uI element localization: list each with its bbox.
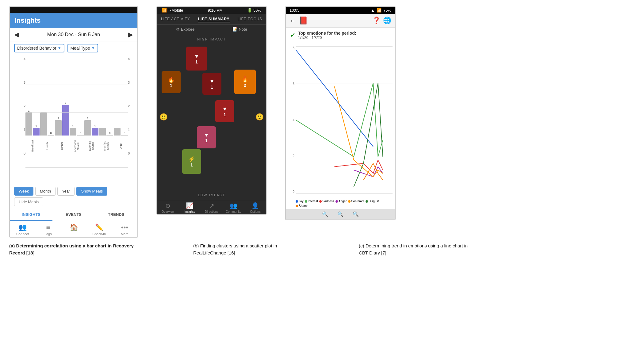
nav-connect[interactable]: 👥 Connect: [10, 224, 35, 236]
week-button[interactable]: Week: [14, 187, 33, 196]
smiley-left-icon: 🙁: [159, 113, 168, 121]
time-c: 10:05: [289, 8, 300, 13]
bar-label-breakfast: Breakfast: [31, 137, 34, 155]
panel-b-bottom-nav: ⊙ Overview 📈 Insights ↗ Directions 👥 Com…: [157, 200, 266, 214]
check-icon: ✓: [290, 31, 296, 39]
panel-a-header: Insights: [10, 13, 137, 28]
chart-icon[interactable]: 🌐: [383, 17, 391, 25]
tab-life-activity[interactable]: LIFE ACTIVITY: [161, 17, 190, 22]
bars-row: 1 1 Breakfast: [25, 57, 128, 155]
zoom-reset-button[interactable]: 🔍: [337, 211, 343, 217]
chart-controls: Week Month Year Show Meals Hide Meals: [10, 184, 137, 209]
nav-home[interactable]: 🏠: [61, 224, 86, 236]
bar-group-afternoon-snack: 1 0 Afternoon Snack: [70, 57, 84, 155]
nav-more[interactable]: ••• More: [112, 224, 137, 236]
note-icon: 📝: [232, 27, 237, 32]
panel-b-scatter: HIGH IMPACT LOW IMPACT 🙁 🙂 ♥ 1 🔥 1 ♥ 1: [157, 34, 266, 200]
nav-checkin[interactable]: ✏️ Check-In: [86, 224, 112, 236]
high-impact-label: HIGH IMPACT: [197, 37, 226, 41]
panel-a-nav: ◀ Mon 30 Dec - Sun 5 Jan ▶: [10, 28, 137, 41]
fire-icon: 🔥: [168, 76, 174, 83]
next-arrow[interactable]: ▶: [128, 31, 133, 39]
subtab-explore[interactable]: ⚙ Explore: [176, 27, 194, 32]
bar-label-drink: Drink: [119, 137, 122, 155]
chart-title: Top emotions for the period:: [298, 31, 356, 36]
caption-c: (c) Determining trend in emotions using …: [359, 243, 469, 256]
bar-group-breakfast: 1 1 Breakfast: [25, 57, 40, 155]
battery-c: 75%: [383, 8, 391, 13]
subtab-note[interactable]: 📝 Note: [232, 27, 247, 32]
panel-c: 10:05 ▲ 📶 75% ← 📕 ❓ 🌐 ✓ Top emotions for…: [285, 6, 396, 220]
month-button[interactable]: Month: [35, 187, 56, 196]
prev-arrow[interactable]: ◀: [14, 31, 19, 39]
tab-events[interactable]: EVENTS: [52, 209, 95, 221]
scatter-card-5[interactable]: ♥ 1: [215, 100, 234, 122]
bar-evening-gray: [84, 120, 91, 136]
help-icon[interactable]: ❓: [372, 17, 381, 25]
heart-icon-2: ♥: [210, 78, 214, 85]
legend-disgust: Disgust: [366, 200, 379, 203]
b-nav-options[interactable]: 👤 Options: [244, 202, 266, 213]
caption-b: (b) Finding clusters using a scatter plo…: [193, 243, 304, 256]
scatter-card-1[interactable]: ♥ 1: [186, 47, 207, 71]
caption-b-text: (b) Finding clusters using a scatter plo…: [193, 243, 277, 255]
legend-shame: Shame: [296, 204, 309, 208]
fire-icon-2: 🔥: [242, 76, 248, 83]
panel-c-chart: 8 6 4 2 0: [286, 43, 395, 209]
bar-afternoon-purple: [77, 135, 84, 136]
tab-insights[interactable]: INSIGHTS: [10, 209, 52, 221]
scatter-card-6[interactable]: ♥ 1: [197, 126, 216, 148]
connect-icon: 👥: [18, 224, 27, 231]
tab-trends[interactable]: TRENDS: [95, 209, 137, 221]
tab-life-summary[interactable]: LIFE SUMMARY: [198, 17, 230, 22]
b-nav-overview[interactable]: ⊙ Overview: [157, 202, 179, 213]
panel-a: Insights ◀ Mon 30 Dec - Sun 5 Jan ▶ Diso…: [9, 6, 138, 238]
bar-label-dinner: Dinner: [60, 137, 63, 155]
carrier: 📶 T-Mobile: [162, 8, 183, 13]
panel-b-top-tabs: LIFE ACTIVITY LIFE SUMMARY LIFE FOCUS: [157, 14, 266, 25]
bar-dinner-gray: [55, 120, 62, 136]
tab-life-focus[interactable]: LIFE FOCUS: [237, 17, 262, 22]
zoom-in-button[interactable]: 🔍: [353, 211, 359, 217]
home-icon: 🏠: [70, 224, 78, 231]
heart-icon: ♥: [195, 53, 198, 59]
heart-icon-4: ♥: [205, 132, 208, 138]
hide-meals-button[interactable]: Hide Meals: [14, 197, 43, 206]
back-arrow[interactable]: ←: [289, 17, 296, 24]
scatter-card-3[interactable]: ♥ 1: [202, 73, 221, 95]
scatter-card-7[interactable]: ⚡ 1: [182, 149, 201, 174]
bar-afternoon-gray: [70, 128, 76, 136]
b-nav-insights[interactable]: 📈 Insights: [179, 202, 201, 213]
filter1-select[interactable]: Disordered Behavior ▼: [14, 44, 64, 52]
panel-c-status: 10:05 ▲ 📶 75%: [286, 7, 395, 14]
bar-morning-purple: [106, 135, 113, 136]
header-icons: ❓ 🌐: [372, 17, 391, 25]
panel-c-header: ← 📕 ❓ 🌐: [286, 14, 395, 28]
panel-c-title: ✓ Top emotions for the period: 1/1/20 - …: [286, 28, 395, 43]
filter2-select[interactable]: Meal Type ▼: [67, 44, 98, 52]
bar-group-drink: 0 Drink: [114, 57, 128, 155]
nav-logs[interactable]: ≡ Logs: [35, 224, 61, 236]
wifi-c-icon: ▲: [371, 8, 375, 13]
bar-label-afternoon-snack: Afternoon Snack: [74, 137, 80, 155]
zoom-out-button[interactable]: 🔍: [322, 211, 328, 217]
panel-b-sub-tabs: ⚙ Explore 📝 Note: [157, 25, 266, 34]
scatter-card-4[interactable]: 🔥 2: [234, 70, 256, 94]
low-impact-label: LOW IMPACT: [198, 193, 225, 197]
legend-interest: Interest: [305, 200, 318, 203]
panel-b-status-bar: 📶 T-Mobile 9:16 PM 🔋 56%: [157, 7, 266, 14]
chevron-down-icon: ▼: [58, 46, 61, 50]
year-button[interactable]: Year: [57, 187, 75, 196]
logs-icon: ≡: [46, 224, 50, 231]
legend-contempt: Contempt: [348, 200, 364, 203]
show-meals-button[interactable]: Show Meals: [76, 187, 107, 196]
legend-anger: Anger: [335, 200, 347, 203]
explore-icon: ⚙: [176, 27, 180, 32]
b-nav-community[interactable]: 👥 Community: [223, 202, 244, 213]
b-nav-directions[interactable]: ↗ Directions: [201, 202, 222, 213]
panel-a-title: Insights: [15, 17, 40, 24]
bar-morning-gray: [99, 128, 106, 136]
bar-dinner-purple: [62, 105, 69, 136]
bar-group-morning-snack: 0 Morning Snack: [99, 57, 113, 155]
scatter-card-2[interactable]: 🔥 1: [162, 71, 181, 93]
